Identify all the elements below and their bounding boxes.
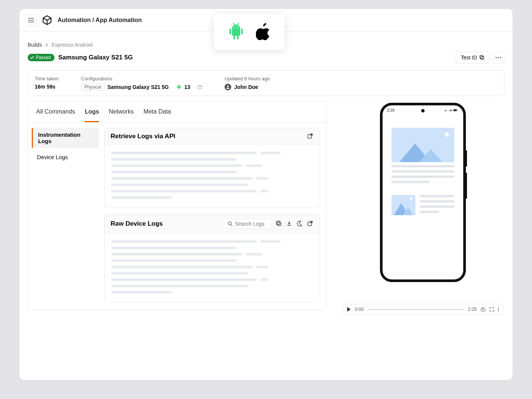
open-external-button[interactable] bbox=[307, 133, 314, 140]
retrieve-logs-api-panel: Retrieve Logs via API bbox=[104, 128, 320, 207]
updated-label: Updated 6 hours ago bbox=[225, 76, 270, 81]
svg-rect-38 bbox=[482, 307, 483, 308]
session-detail-card: All Commands Logs Networks Meta Data Ins… bbox=[28, 101, 327, 310]
android-mini-icon bbox=[176, 84, 182, 90]
tab-networks[interactable]: Networks bbox=[109, 102, 134, 122]
phone-thumb-image bbox=[392, 195, 415, 215]
logs-sidebar: Instrumentation Logs Device Logs bbox=[28, 123, 103, 310]
session-video-player[interactable]: 0:00 2:25 bbox=[343, 304, 503, 315]
player-more-icon[interactable] bbox=[498, 307, 499, 312]
raw-device-logs-title: Raw Device Logs bbox=[111, 220, 163, 228]
svg-rect-6 bbox=[237, 22, 239, 25]
configurations-label: Configurations bbox=[81, 76, 202, 81]
player-total-time: 2:25 bbox=[468, 307, 477, 312]
tab-all-commands[interactable]: All Commands bbox=[36, 102, 75, 122]
svg-marker-35 bbox=[347, 307, 351, 312]
config-tag-physical: Physical bbox=[81, 84, 105, 90]
svg-point-18 bbox=[227, 86, 229, 87]
sidebar-item-instrumentation-logs[interactable]: Instrumentation Logs bbox=[32, 128, 99, 148]
tab-meta-data[interactable]: Meta Data bbox=[143, 102, 171, 122]
svg-rect-29 bbox=[454, 109, 456, 111]
time-taken-value: 16m 59s bbox=[35, 84, 59, 90]
search-icon bbox=[228, 221, 233, 226]
test-id-button[interactable]: Test ID bbox=[456, 52, 489, 64]
open-logs-external-button[interactable] bbox=[307, 220, 314, 227]
time-taken-label: Time taken bbox=[35, 76, 59, 81]
test-id-button-label: Test ID bbox=[461, 55, 477, 61]
updated-user-name: John Doe bbox=[234, 84, 258, 90]
svg-rect-0 bbox=[232, 29, 240, 36]
search-logs-field[interactable] bbox=[235, 221, 268, 227]
svg-rect-15 bbox=[180, 86, 181, 88]
check-icon bbox=[30, 55, 34, 60]
svg-point-41 bbox=[498, 310, 499, 311]
play-icon[interactable] bbox=[347, 307, 351, 312]
svg-rect-22 bbox=[276, 221, 280, 225]
header-title: Automation / App Automation bbox=[58, 17, 142, 24]
sidebar-item-device-logs[interactable]: Device Logs bbox=[32, 150, 99, 164]
android-icon[interactable] bbox=[228, 22, 245, 41]
retrieve-logs-api-title: Retrieve Logs via API bbox=[111, 133, 175, 140]
fullscreen-icon[interactable] bbox=[489, 307, 494, 312]
apple-icon[interactable] bbox=[256, 23, 271, 41]
dots-horizontal-icon bbox=[495, 57, 501, 58]
svg-rect-9 bbox=[481, 56, 484, 59]
api-logs-placeholder bbox=[105, 145, 320, 207]
raw-device-logs-panel: Raw Device Logs bbox=[104, 214, 320, 302]
app-shell: Automation / App Automation bbox=[19, 9, 513, 380]
copy-icon bbox=[276, 220, 282, 226]
phone-clock: 2:29 bbox=[387, 108, 394, 112]
breadcrumb-root[interactable]: Builds bbox=[28, 42, 42, 48]
svg-point-13 bbox=[500, 57, 501, 58]
app-mini-icon bbox=[198, 84, 202, 90]
svg-rect-27 bbox=[451, 109, 452, 111]
phone-hero-image bbox=[392, 128, 454, 162]
camera-icon[interactable] bbox=[480, 307, 486, 312]
svg-rect-1 bbox=[229, 29, 231, 34]
svg-rect-4 bbox=[237, 36, 239, 40]
menu-toggle-button[interactable] bbox=[25, 15, 37, 26]
breadcrumb-leaf: Espresso Android bbox=[52, 42, 93, 48]
svg-point-37 bbox=[482, 309, 484, 310]
svg-rect-5 bbox=[233, 22, 235, 25]
svg-rect-36 bbox=[481, 308, 485, 311]
search-logs-input[interactable] bbox=[223, 219, 272, 229]
external-link-icon bbox=[307, 220, 313, 226]
svg-rect-21 bbox=[278, 222, 281, 226]
platform-selector-card bbox=[214, 13, 285, 50]
status-badge: Passed bbox=[28, 54, 55, 61]
config-device-name: Samsung Galaxy S21 5G bbox=[108, 84, 169, 90]
copy-logs-button[interactable] bbox=[276, 220, 282, 227]
svg-rect-10 bbox=[480, 56, 483, 59]
page-title: Samsung Galaxy S21 5G bbox=[58, 54, 133, 61]
moon-icon bbox=[297, 220, 303, 226]
config-os-version: 13 bbox=[185, 84, 191, 90]
product-logo-icon bbox=[42, 15, 52, 25]
svg-point-40 bbox=[498, 309, 499, 310]
tab-logs[interactable]: Logs bbox=[85, 102, 99, 122]
hamburger-icon bbox=[28, 18, 34, 22]
svg-rect-26 bbox=[450, 110, 451, 111]
raw-logs-placeholder bbox=[105, 233, 320, 302]
download-logs-button[interactable] bbox=[286, 220, 293, 227]
external-link-icon bbox=[307, 133, 313, 139]
status-badge-label: Passed bbox=[36, 55, 51, 60]
player-seek-track[interactable] bbox=[367, 309, 464, 310]
dark-mode-button[interactable] bbox=[297, 220, 303, 227]
svg-point-8 bbox=[237, 26, 238, 27]
more-actions-button[interactable] bbox=[492, 52, 504, 64]
svg-point-39 bbox=[498, 307, 499, 308]
svg-rect-30 bbox=[457, 110, 458, 111]
svg-point-20 bbox=[228, 222, 231, 225]
copy-icon bbox=[479, 55, 485, 60]
chevron-right-icon bbox=[45, 43, 49, 47]
svg-point-11 bbox=[495, 57, 497, 58]
svg-point-24 bbox=[445, 111, 446, 112]
user-avatar bbox=[225, 84, 231, 90]
player-current-time: 0:00 bbox=[355, 307, 364, 312]
svg-rect-3 bbox=[233, 36, 235, 40]
svg-rect-14 bbox=[177, 86, 177, 88]
svg-point-12 bbox=[498, 57, 499, 58]
download-icon bbox=[286, 220, 292, 226]
device-preview: 2:29 bbox=[380, 103, 466, 282]
